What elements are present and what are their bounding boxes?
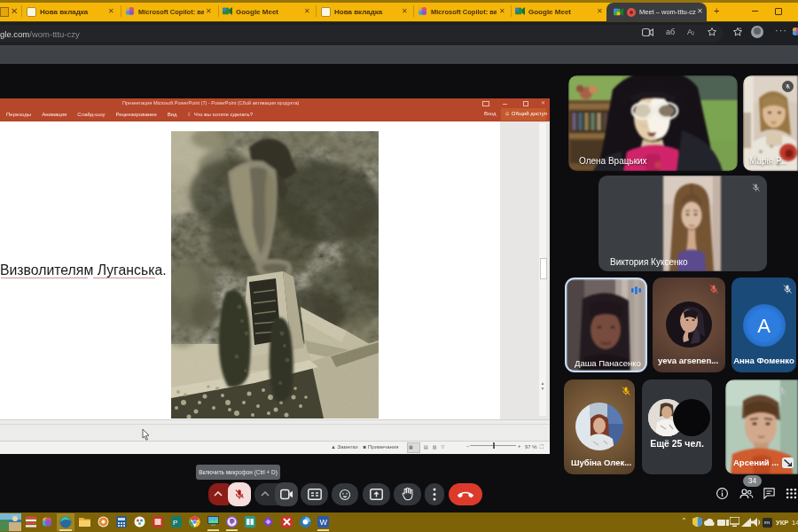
- svg-text:Р: Р: [173, 519, 177, 527]
- svg-text:W: W: [320, 518, 328, 527]
